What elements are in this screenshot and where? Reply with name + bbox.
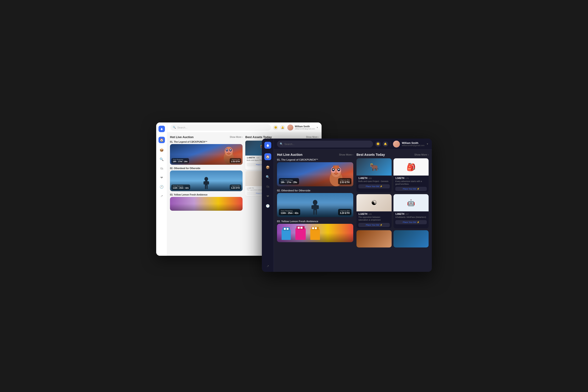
svg-rect-41 xyxy=(310,229,320,240)
sidebar-home-light[interactable]: 🏠 xyxy=(158,137,165,143)
light-search-box[interactable]: 🔍 Search... xyxy=(170,124,271,131)
light-bid-1: Highest Bid 2.53 ETH xyxy=(230,158,241,163)
dark-asset-3-desc: The opposition between rationalism & emp… xyxy=(358,216,390,221)
dark-asset-1-desc: Bulls and Apes Project - Genesis xyxy=(358,180,390,183)
light-avatar xyxy=(287,124,293,130)
svg-rect-36 xyxy=(287,228,288,230)
dark-item-2-title: 02. Otherdeed for Otherside xyxy=(277,189,353,192)
sidebar-box-light[interactable]: 📦 xyxy=(159,148,164,152)
dark-assets-title: Best Assets Today xyxy=(357,153,385,156)
chevron-down-icon-dark[interactable]: ▼ xyxy=(426,143,429,145)
svg-point-27 xyxy=(313,200,317,205)
dark-auction-thumb-3[interactable] xyxy=(277,224,353,242)
emoji-icon-dark[interactable]: 😊 xyxy=(375,141,381,147)
dark-asset-3[interactable]: ☯ 1.32ETH 105 The opposition between rat… xyxy=(357,194,392,228)
dark-item-1-title: 01. The Legend of CØCKPUNCH™ xyxy=(277,158,353,161)
light-user-info: William Smith williamsmith@gmail.com xyxy=(295,125,315,130)
sidebar-bag-light[interactable]: 🛍 xyxy=(159,166,164,171)
light-left-panel: Hot Live Auction Show More › 01. The Leg… xyxy=(167,132,245,256)
sidebar-search-light[interactable]: 🔍 xyxy=(159,157,164,162)
dark-asset-4[interactable]: 🤖 1.86ETH 157 Inhabitants: MintPass (Met… xyxy=(393,194,429,228)
svg-point-23 xyxy=(338,169,339,170)
dark-sidebar-search[interactable]: 🔍 xyxy=(265,174,270,180)
dark-asset-1-thumb: 🐂 xyxy=(357,158,392,176)
light-item-2-title: 02. Otherdeed for Otherside xyxy=(170,167,243,170)
svg-rect-11 xyxy=(203,181,205,184)
chevron-down-icon-light[interactable]: ▼ xyxy=(316,126,318,129)
bell-icon-light[interactable]: 🔔 xyxy=(280,125,285,130)
dark-sidebar-bag[interactable]: 🛍 xyxy=(265,184,270,189)
dark-card: 🏠 📦 🔍 🛍 ❤ 🕐 ↗ 🔍 Search... 😊 🔔 xyxy=(262,138,432,272)
dark-asset-5[interactable] xyxy=(357,230,392,248)
light-auction-item-3: 03. Yellow Lemon Fresh Ambience xyxy=(170,194,243,211)
dark-place-bid-2[interactable]: Place Your Bid ⚡ xyxy=(395,187,427,191)
svg-rect-25 xyxy=(333,166,335,168)
svg-rect-44 xyxy=(315,227,317,229)
dark-place-bid-3[interactable]: Place Your Bid ⚡ xyxy=(358,223,390,227)
light-item-3-title: 03. Yellow Lemon Fresh Ambience xyxy=(170,194,243,196)
dark-content: Hot Live Auction Show More › 01. The Leg… xyxy=(274,150,432,272)
dark-asset-3-meta: 1.32ETH 105 xyxy=(358,213,390,215)
light-logo[interactable] xyxy=(158,126,165,132)
dark-auction-thumb-2[interactable]: Time Reaming 116h : 25m : 42s Highest Bi… xyxy=(277,193,353,217)
dark-place-bid-1[interactable]: Place Your Bid ⚡ xyxy=(358,184,390,188)
sidebar-heart-light[interactable]: ❤ xyxy=(159,175,164,180)
light-auction-item-1: 01. The Legend of CØCKPUNCH™ xyxy=(170,140,243,165)
sidebar-clock-light[interactable]: 🕐 xyxy=(159,184,164,189)
svg-rect-35 xyxy=(284,228,286,230)
light-auction-thumb-2[interactable]: Time Reaming 116h : 25m : 42s Highest Bi… xyxy=(170,170,243,191)
dark-asset-2-meta: 1.50ETH 175 xyxy=(395,177,427,180)
light-auction-title: Hot Live Auction xyxy=(170,135,194,139)
dark-logo[interactable] xyxy=(264,142,271,149)
dark-user-info: William Smith williamsmith@gmail.com xyxy=(402,142,425,146)
svg-point-15 xyxy=(267,146,268,147)
svg-rect-33 xyxy=(282,230,291,240)
light-user: William Smith williamsmith@gmail.com ▼ xyxy=(287,124,318,130)
dark-auction-1-overlay: Time Reaming 18h : 17m : 29s Highest Bid… xyxy=(279,178,351,184)
bell-icon-dark[interactable]: 🔔 xyxy=(383,141,388,147)
dark-asset-6-thumb xyxy=(393,230,429,248)
light-bid-2: Highest Bid 3.20 ETH xyxy=(230,184,241,190)
search-icon-light: 🔍 xyxy=(173,126,176,129)
svg-rect-39 xyxy=(298,227,300,229)
dark-header-icons: 😊 🔔 xyxy=(375,141,388,147)
dark-sidebar-clock[interactable]: 🕐 xyxy=(265,203,270,208)
dark-search-placeholder: Search... xyxy=(284,143,294,146)
light-user-name: William Smith xyxy=(295,125,315,128)
dark-user-email: williamsmith@gmail.com xyxy=(402,144,425,146)
dark-timer-1: Time Reaming 18h : 17m : 29s xyxy=(279,178,299,184)
dark-sidebar-heart[interactable]: ❤ xyxy=(265,194,270,199)
dark-asset-1[interactable]: 🐂 1.40ETH 320 Bulls and Apes Project - G… xyxy=(357,158,392,192)
dark-asset-4-desc: Inhabitants: MintPass (MetaHero) xyxy=(395,216,427,219)
light-search-placeholder: Search... xyxy=(177,126,187,129)
dark-sidebar-home[interactable]: 🏠 xyxy=(264,153,271,160)
dark-assets-grid: 🐂 1.40ETH 320 Bulls and Apes Project - G… xyxy=(357,158,429,228)
dark-right-panel: Best Assets Today Show More › 🐂 xyxy=(357,150,432,272)
light-header-icons: 😊 🔔 xyxy=(273,125,285,130)
light-auction-show-more[interactable]: Show More › xyxy=(230,136,243,138)
light-assets-show-more[interactable]: Show More › xyxy=(306,136,319,138)
dark-asset-2-thumb: 🎒 xyxy=(393,158,429,176)
dark-auction-show-more[interactable]: Show More › xyxy=(339,153,353,156)
chevron-right-dark: › xyxy=(428,153,429,156)
svg-rect-30 xyxy=(317,205,319,209)
dark-asset-4-thumb: 🤖 xyxy=(393,194,429,212)
dark-assets-header: Best Assets Today Show More › xyxy=(357,153,429,156)
dark-asset-6[interactable] xyxy=(393,230,429,248)
dark-assets-show-more[interactable]: Show More › xyxy=(414,153,429,156)
dark-auction-thumb-1[interactable]: Time Reaming 18h : 17m : 29s Highest Bid… xyxy=(277,162,353,186)
dark-auction-title: Hot Live Auction xyxy=(277,153,303,156)
svg-rect-37 xyxy=(295,228,306,240)
light-auction-thumb-1[interactable]: Time Reaming 18h : 17m : 29s Highest Bid… xyxy=(170,144,243,165)
dark-place-bid-4[interactable]: Place Your Bid ⚡ xyxy=(395,220,427,224)
dark-search-box[interactable]: 🔍 Search... xyxy=(277,140,373,148)
dark-assets-grid-extra xyxy=(357,230,429,248)
dark-asset-1-info: 1.40ETH 320 Bulls and Apes Project - Gen… xyxy=(357,176,392,190)
sidebar-logout-light[interactable]: ↗ xyxy=(159,194,164,198)
light-auction-thumb-3[interactable] xyxy=(170,197,243,211)
emoji-icon-light[interactable]: 😊 xyxy=(273,125,278,130)
dark-sidebar-box[interactable]: 📦 xyxy=(265,165,270,170)
dark-sidebar-logout[interactable]: ↗ xyxy=(265,264,270,268)
dark-main: 🔍 Search... 😊 🔔 William Smith williamsmi… xyxy=(274,138,432,272)
dark-asset-2[interactable]: 🎒 1.50ETH 175 Every adventure starts wit… xyxy=(393,158,429,192)
